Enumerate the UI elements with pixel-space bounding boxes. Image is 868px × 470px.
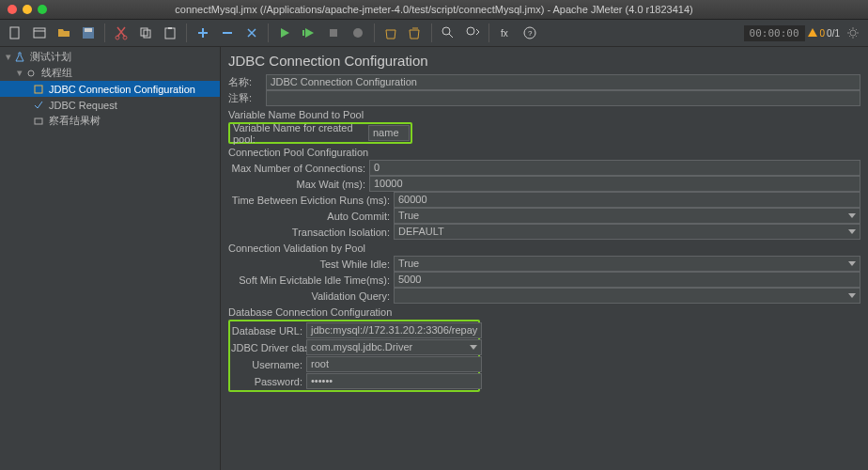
elapsed-timer: 00:00:00 bbox=[744, 25, 805, 41]
max-wait-label: Max Wait (ms): bbox=[228, 179, 369, 190]
section-validation: Connection Validation by Pool bbox=[228, 243, 860, 254]
pass-label: Password: bbox=[231, 376, 306, 387]
svg-rect-21 bbox=[35, 86, 42, 93]
function-helper-icon[interactable]: fx bbox=[494, 22, 517, 44]
tree-thread-group[interactable]: ▾ 线程组 bbox=[0, 65, 220, 81]
clear-icon[interactable] bbox=[380, 22, 402, 44]
warning-count[interactable]: 0 bbox=[807, 27, 826, 39]
editor-panel: JDBC Connection Configuration 名称: JDBC C… bbox=[221, 47, 868, 470]
svg-rect-11 bbox=[302, 30, 304, 36]
reset-search-icon[interactable] bbox=[461, 22, 484, 44]
highlight-pool-var: Variable Name for created pool: name bbox=[228, 122, 412, 144]
shutdown-icon[interactable] bbox=[347, 22, 369, 44]
separator bbox=[431, 24, 432, 42]
test-idle-label: Test While Idle: bbox=[228, 258, 394, 270]
cut-icon[interactable] bbox=[110, 22, 132, 44]
soft-min-label: Soft Min Evictable Idle Time(ms): bbox=[228, 274, 394, 286]
tree-root[interactable]: ▾ 测试计划 bbox=[0, 49, 220, 65]
separator bbox=[186, 24, 187, 42]
config-icon bbox=[32, 83, 45, 96]
minimize-icon[interactable] bbox=[23, 5, 32, 14]
svg-point-13 bbox=[353, 28, 363, 38]
var-name-label: Variable Name for created pool: bbox=[231, 122, 368, 145]
comment-label: 注释: bbox=[228, 91, 266, 105]
svg-rect-12 bbox=[330, 29, 337, 37]
max-conn-input[interactable]: 0 bbox=[369, 160, 860, 176]
collapse-icon[interactable] bbox=[216, 22, 239, 44]
driver-select[interactable]: com.mysql.jdbc.Driver bbox=[306, 339, 482, 355]
copy-icon[interactable] bbox=[134, 22, 157, 44]
listener-icon bbox=[32, 115, 45, 128]
svg-rect-1 bbox=[34, 28, 45, 38]
section-conn-pool: Connection Pool Configuration bbox=[228, 147, 860, 158]
max-wait-input[interactable]: 10000 bbox=[369, 176, 860, 192]
paste-icon[interactable] bbox=[159, 22, 181, 44]
separator bbox=[104, 24, 105, 42]
titlebar: connectMysql.jmx (/Applications/apache-j… bbox=[0, 0, 868, 20]
search-icon[interactable] bbox=[437, 22, 459, 44]
valid-query-label: Validation Query: bbox=[228, 290, 394, 302]
window-title: connectMysql.jmx (/Applications/apache-j… bbox=[0, 4, 868, 15]
save-icon[interactable] bbox=[77, 22, 100, 44]
expand-icon[interactable] bbox=[192, 22, 214, 44]
thread-counter: 0/1 bbox=[827, 28, 840, 39]
pass-input[interactable]: •••••• bbox=[306, 373, 482, 389]
help-icon[interactable]: ? bbox=[519, 22, 541, 44]
start-icon[interactable] bbox=[273, 22, 296, 44]
test-plan-tree[interactable]: ▾ 测试计划 ▾ 线程组 JDBC Connection Configurati… bbox=[0, 47, 221, 470]
db-url-input[interactable]: jdbc:mysql://172.31.20.2:3306/repay bbox=[306, 322, 482, 338]
user-input[interactable]: root bbox=[306, 356, 482, 372]
start-no-pause-icon[interactable] bbox=[298, 22, 320, 44]
tree-view-results[interactable]: 察看结果树 bbox=[0, 113, 220, 129]
section-pool-var: Variable Name Bound to Pool bbox=[228, 109, 860, 120]
auto-commit-label: Auto Commit: bbox=[228, 211, 394, 222]
auto-commit-select[interactable]: True bbox=[394, 208, 860, 224]
svg-text:?: ? bbox=[528, 29, 533, 38]
new-icon[interactable] bbox=[4, 22, 26, 44]
svg-point-19 bbox=[850, 30, 856, 36]
svg-rect-4 bbox=[85, 28, 92, 32]
stop-icon[interactable] bbox=[322, 22, 345, 44]
gear-icon[interactable] bbox=[842, 22, 864, 44]
flask-icon bbox=[13, 51, 26, 64]
valid-query-select[interactable] bbox=[394, 288, 860, 304]
highlight-db-conn: Database URL: jdbc:mysql://172.31.20.2:3… bbox=[228, 320, 480, 392]
templates-icon[interactable] bbox=[28, 22, 51, 44]
svg-rect-0 bbox=[10, 27, 19, 39]
name-input[interactable]: JDBC Connection Configuration bbox=[266, 74, 860, 90]
tree-jdbc-request[interactable]: JDBC Request bbox=[0, 97, 220, 113]
test-idle-select[interactable]: True bbox=[394, 256, 860, 272]
user-label: Username: bbox=[231, 359, 306, 370]
tx-iso-label: Transaction Isolation: bbox=[228, 227, 394, 238]
soft-min-input[interactable]: 5000 bbox=[394, 272, 860, 288]
var-name-input[interactable]: name bbox=[368, 125, 410, 141]
svg-rect-10 bbox=[168, 27, 172, 29]
toggle-icon[interactable] bbox=[240, 22, 263, 44]
toolbar: fx ? 00:00:00 0 0/1 bbox=[0, 20, 868, 47]
svg-rect-9 bbox=[165, 28, 175, 39]
separator bbox=[488, 24, 489, 42]
svg-rect-22 bbox=[35, 118, 42, 124]
separator bbox=[374, 24, 375, 42]
gear-icon bbox=[24, 67, 38, 80]
maximize-icon[interactable] bbox=[38, 5, 47, 14]
tx-iso-select[interactable]: DEFAULT bbox=[394, 224, 860, 240]
comment-input[interactable] bbox=[266, 90, 860, 106]
window-controls bbox=[0, 5, 47, 14]
close-icon[interactable] bbox=[8, 5, 17, 14]
driver-label: JDBC Driver class: bbox=[231, 342, 306, 353]
db-url-label: Database URL: bbox=[231, 325, 306, 337]
tree-jdbc-config[interactable]: JDBC Connection Configuration bbox=[0, 81, 220, 97]
open-icon[interactable] bbox=[53, 22, 75, 44]
name-label: 名称: bbox=[228, 75, 266, 89]
sampler-icon bbox=[32, 99, 45, 112]
panel-title: JDBC Connection Configuration bbox=[228, 53, 860, 69]
evict-input[interactable]: 60000 bbox=[394, 192, 860, 208]
evict-label: Time Between Eviction Runs (ms): bbox=[228, 195, 394, 206]
svg-point-14 bbox=[442, 27, 450, 35]
svg-point-20 bbox=[28, 70, 34, 76]
clear-all-icon[interactable] bbox=[404, 22, 426, 44]
section-db: Database Connection Configuration bbox=[228, 306, 860, 318]
separator bbox=[268, 24, 269, 42]
max-conn-label: Max Number of Connections: bbox=[228, 163, 369, 174]
